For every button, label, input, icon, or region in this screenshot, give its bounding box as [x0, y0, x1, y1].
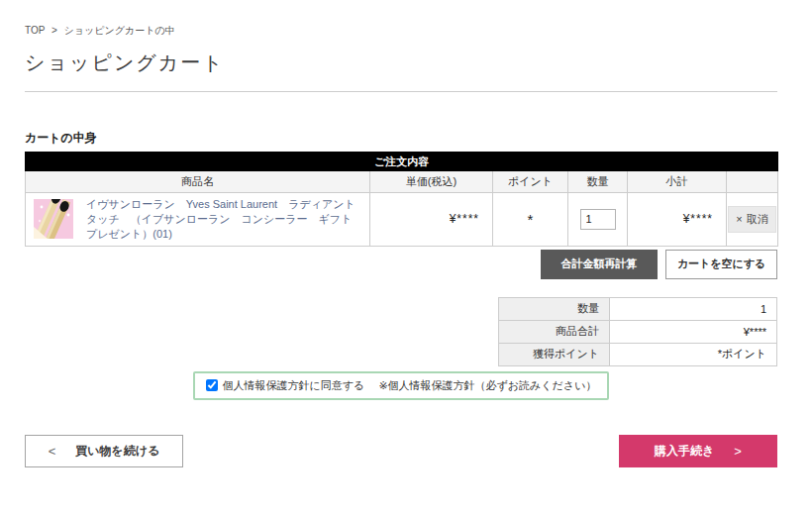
- column-header-cancel: [727, 171, 778, 193]
- breadcrumb: TOP > ショッピングカートの中: [25, 0, 777, 38]
- title-divider: [25, 91, 777, 92]
- column-header-subtotal: 小計: [628, 171, 727, 193]
- point-value: *: [493, 193, 568, 247]
- cart-actions: 合計金額再計算 カートを空にする: [25, 250, 777, 279]
- subtotal-value: ¥****: [628, 193, 727, 247]
- chevron-right-icon: >: [734, 444, 742, 459]
- quantity-cell: [568, 193, 628, 247]
- checkout-label: 購入手続き: [655, 443, 714, 460]
- column-header-product-name: 商品名: [26, 171, 370, 193]
- product-cell: イヴサンローラン Yves Saint Laurent ラディアントタッチ （イ…: [26, 193, 370, 247]
- summary-quantity-value: 1: [610, 297, 777, 320]
- footer-actions: < 買い物を続ける 購入手続き >: [25, 435, 777, 467]
- column-header-quantity: 数量: [568, 171, 628, 193]
- summary-item-total-label: 商品合計: [499, 320, 610, 343]
- cancel-icon: ×: [736, 213, 742, 225]
- privacy-consent-label[interactable]: 個人情報保護方針に同意する: [206, 378, 365, 393]
- order-contents-caption: ご注文内容: [26, 153, 778, 171]
- breadcrumb-top-link[interactable]: TOP: [25, 25, 45, 36]
- cancel-cell: × 取消: [727, 193, 778, 247]
- checkout-button[interactable]: 購入手続き >: [619, 435, 777, 467]
- column-header-unit-price: 単価(税込): [370, 171, 493, 193]
- privacy-policy-link[interactable]: ※個人情報保護方針（必ずお読みください）: [378, 378, 596, 393]
- cancel-label: 取消: [747, 212, 768, 227]
- breadcrumb-separator: >: [51, 25, 57, 36]
- cart-item-row: イヴサンローラン Yves Saint Laurent ラディアントタッチ （イ…: [26, 193, 778, 247]
- column-header-point: ポイント: [493, 171, 568, 193]
- continue-shopping-button[interactable]: < 買い物を続ける: [25, 435, 183, 467]
- summary-row-quantity: 数量 1: [499, 297, 777, 320]
- summary-row-earned-points: 獲得ポイント *ポイント: [499, 343, 777, 365]
- cancel-item-button[interactable]: × 取消: [728, 206, 775, 233]
- summary-item-total-value: ¥****: [610, 320, 777, 343]
- empty-cart-button[interactable]: カートを空にする: [665, 250, 777, 279]
- cart-table: ご注文内容 商品名 単価(税込) ポイント 数量 小計: [25, 152, 778, 247]
- privacy-consent-text: 個人情報保護方針に同意する: [223, 378, 365, 393]
- product-name-link[interactable]: イヴサンローラン Yves Saint Laurent ラディアントタッチ （イ…: [86, 197, 361, 242]
- recalculate-total-button[interactable]: 合計金額再計算: [541, 250, 658, 279]
- summary-row-item-total: 商品合計 ¥****: [499, 320, 777, 343]
- unit-price-value: ¥****: [370, 193, 493, 247]
- summary-earned-points-value: *ポイント: [610, 343, 777, 365]
- privacy-consent-checkbox[interactable]: [206, 379, 218, 391]
- summary-earned-points-label: 獲得ポイント: [499, 343, 610, 365]
- shopping-cart-page: TOP > ショッピングカートの中 ショッピングカート カートの中身 ご注文内容…: [25, 0, 777, 467]
- product-thumbnail: [34, 199, 73, 239]
- chevron-left-icon: <: [49, 444, 56, 459]
- summary-quantity-label: 数量: [499, 297, 610, 320]
- cart-contents-heading: カートの中身: [25, 130, 777, 147]
- breadcrumb-current: ショッピングカートの中: [64, 25, 175, 36]
- page-title: ショッピングカート: [25, 50, 777, 76]
- order-summary-table: 数量 1 商品合計 ¥**** 獲得ポイント *ポイント: [498, 297, 777, 366]
- privacy-consent-box: 個人情報保護方針に同意する ※個人情報保護方針（必ずお読みください）: [193, 371, 610, 400]
- quantity-input[interactable]: [580, 209, 616, 230]
- continue-shopping-label: 買い物を続ける: [75, 443, 159, 460]
